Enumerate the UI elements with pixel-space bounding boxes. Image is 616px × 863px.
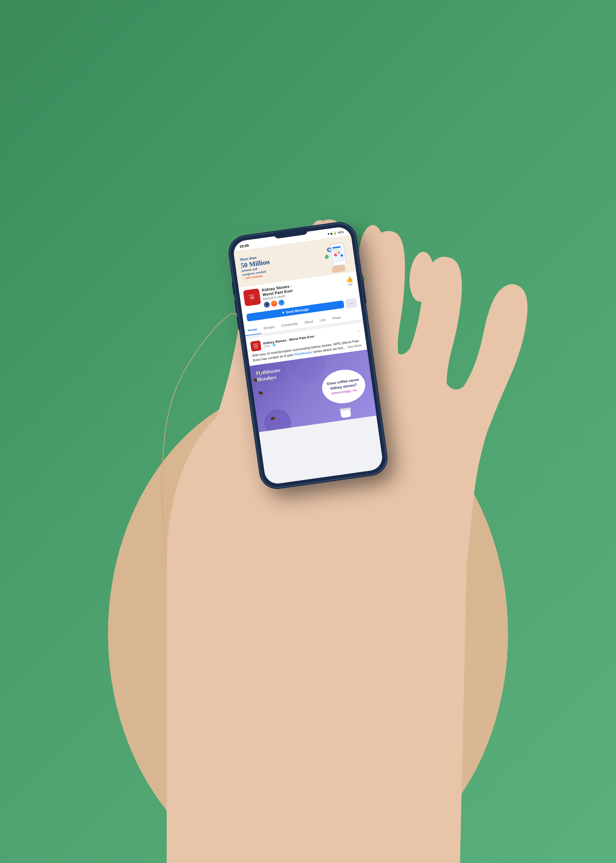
logo-text: WORST PAIN EVER [249,294,255,300]
separator: · [271,344,272,347]
question-bubble: Does coffee cause kidney stones? Interes… [320,367,368,406]
send-message-label: Send Message [286,307,309,314]
svg-text:💬: 💬 [328,248,332,252]
orange-icon: 🧡 [271,300,277,307]
phone-device: 10:05 ▼◀ 🔋 90% More than 50 Million pati… [228,221,388,489]
banner-graphic: 💬 [320,241,350,271]
post-date: 5 Oct [263,344,270,348]
battery-percent: 90% [338,230,344,234]
thumbs-up-icon: 👍 [345,275,354,283]
status-icons: ▼◀ 🔋 90% [327,230,344,236]
svg-point-15 [325,255,329,259]
more-options-button[interactable]: ··· [345,298,357,308]
battery-icon: 🔋 [333,231,337,235]
tab-about[interactable]: About [300,316,317,328]
scene: 10:05 ▼◀ 🔋 90% More than 50 Million pati… [0,0,616,863]
blue-icon: 💙 [278,299,284,306]
coffee-bean-4 [258,391,263,395]
status-time: 10:05 [239,244,249,249]
like-button[interactable]: 👍 Like [345,275,354,286]
question-content: Does coffee cause kidney stones? Interes… [325,377,363,396]
globe-icon: 🌐 [272,343,276,347]
signal-icon: ▼◀ [327,232,332,236]
tab-photo[interactable]: Photo [328,313,345,324]
page-logo: WORST PAIN EVER [243,288,261,307]
phone-screen: 10:05 ▼◀ 🔋 90% More than 50 Million pati… [233,226,384,485]
coffee-cup [338,407,353,419]
post-author-logo: WORST PAIN EVER [250,340,262,352]
facebook-icon: 📱 [263,301,270,308]
more-dots-icon: ··· [349,301,354,306]
tab-home[interactable]: Home [244,324,261,336]
post-section: WORST PAIN EVER Kidney Stones - Worst Pa… [246,322,376,432]
phone-frame: 10:05 ▼◀ 🔋 90% More than 50 Million pati… [228,221,388,489]
phone-hand-group: 10:05 ▼◀ 🔋 90% More than 50 Million pati… [191,189,425,656]
like-label: Like [348,283,353,286]
hashtag: #Mythbuster [294,350,312,357]
cup-body [340,409,351,418]
see-more-link[interactable]: See More [347,343,361,349]
messenger-icon: ✈ [282,311,284,315]
banner-text-block: More than 50 Million patients andcaregiv… [240,246,323,280]
deco-circle-1 [262,407,293,432]
post-more-options[interactable]: ··· [357,329,361,334]
tab-live[interactable]: Live [316,314,330,326]
tab-groups[interactable]: Groups [260,322,278,334]
